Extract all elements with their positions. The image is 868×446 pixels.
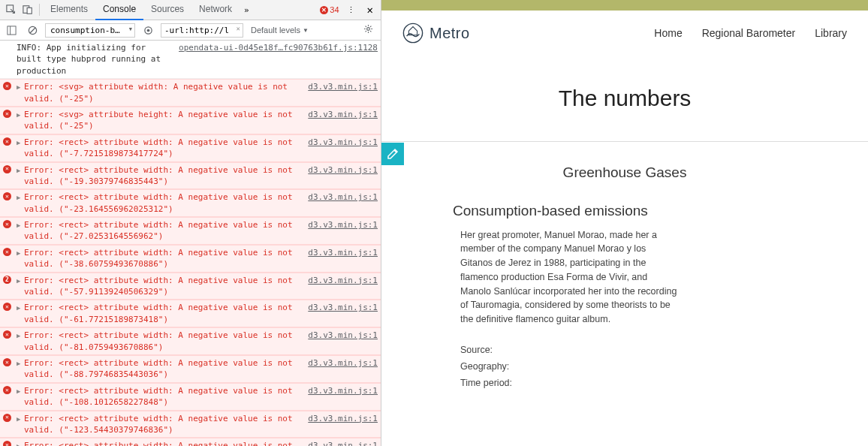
console-message[interactable]: ✕▶Error: <rect> attribute width: A negat… (0, 134, 381, 162)
console-message[interactable]: ✕▶Error: <svg> attribute height: A negat… (0, 107, 381, 134)
console-messages[interactable]: INFO: App initializing for built type hu… (0, 41, 381, 446)
webpage-viewport[interactable]: Metro HomeRegional BarometerLibrary The … (381, 0, 868, 446)
svg-rect-2 (27, 8, 32, 14)
devtools-tab-sources[interactable]: Sources (143, 0, 191, 20)
brand-name: Metro (429, 25, 470, 42)
metadata-list: Source:Geography:Time period: (453, 345, 678, 388)
message-source-link[interactable]: d3.v3.min.js:1 (308, 109, 378, 132)
message-text: Error: <rect> attribute width: A negativ… (17, 275, 302, 298)
inspect-element-icon[interactable] (6, 5, 17, 15)
more-tabs-icon[interactable]: » (240, 5, 254, 15)
expand-caret-icon[interactable]: ▶ (17, 166, 20, 176)
filter-input[interactable] (161, 23, 243, 38)
expand-caret-icon[interactable]: ▶ (17, 359, 20, 369)
devtools-tab-network[interactable]: Network (191, 0, 240, 20)
devtools-tab-elements[interactable]: Elements (43, 0, 95, 20)
message-text: Error: <rect> attribute width: A negativ… (17, 302, 302, 325)
message-text: Error: <svg> attribute width: A negative… (17, 81, 302, 104)
console-message[interactable]: 2▶Error: <rect> attribute width: A negat… (0, 273, 381, 300)
message-source-link[interactable]: d3.v3.min.js:1 (308, 440, 378, 446)
expand-caret-icon[interactable]: ▶ (17, 387, 20, 396)
page-content: The numbers Greenhouse Gases Consumption… (381, 56, 868, 409)
message-source-link[interactable]: d3.v3.min.js:1 (308, 302, 378, 325)
message-text: Error: <rect> attribute width: A negativ… (17, 247, 302, 270)
site-header: Metro HomeRegional BarometerLibrary (381, 11, 868, 56)
console-message[interactable]: ✕▶Error: <rect> attribute width: A negat… (0, 189, 381, 217)
message-source-link[interactable]: d3.v3.min.js:1 (308, 330, 378, 353)
console-message[interactable]: ✕▶Error: <rect> attribute width: A negat… (0, 300, 381, 327)
console-message[interactable]: ✕▶Error: <rect> attribute width: A negat… (0, 438, 381, 446)
message-source-link[interactable]: d3.v3.min.js:1 (308, 385, 378, 408)
nav-item-home[interactable]: Home (654, 27, 682, 39)
console-message[interactable]: INFO: App initializing for built type hu… (0, 41, 381, 79)
message-text: Error: <rect> attribute width: A negativ… (17, 330, 302, 353)
expand-caret-icon[interactable]: ▶ (17, 83, 20, 92)
message-source-link[interactable]: d3.v3.min.js:1 (308, 247, 378, 270)
message-source-link[interactable]: d3.v3.min.js:1 (308, 219, 378, 243)
message-text: Error: <rect> attribute width: A negativ… (17, 137, 302, 160)
expand-caret-icon[interactable]: ▶ (17, 110, 20, 120)
device-toggle-icon[interactable] (23, 5, 33, 15)
message-source-link[interactable]: opendata-ui-0d45e18f…fc90763b61f.js:1128 (179, 42, 378, 77)
expand-caret-icon[interactable]: ▶ (17, 138, 20, 148)
expand-caret-icon[interactable]: ▶ (17, 193, 20, 203)
message-text: Error: <rect> attribute width: A negativ… (17, 385, 302, 408)
expand-caret-icon[interactable]: ▶ (17, 249, 20, 258)
message-source-link[interactable]: d3.v3.min.js:1 (308, 81, 378, 104)
console-message[interactable]: ✕▶Error: <rect> attribute width: A negat… (0, 383, 381, 411)
expand-caret-icon[interactable]: ▶ (17, 414, 20, 424)
devtools-tab-console[interactable]: Console (95, 0, 143, 20)
console-message[interactable]: ✕▶Error: <rect> attribute width: A negat… (0, 245, 381, 273)
error-icon: ✕ (3, 330, 12, 339)
console-message[interactable]: ✕▶Error: <rect> attribute width: A negat… (0, 162, 381, 190)
context-selector[interactable]: consumption-based… (45, 23, 135, 38)
svg-line-6 (29, 27, 35, 32)
toggle-sidebar-icon[interactable] (6, 25, 17, 35)
message-text: Error: <rect> attribute width: A negativ… (17, 191, 302, 215)
devtools-tab-bar: ElementsConsoleSourcesNetwork » ✕ 34 ⋮ ✕ (0, 0, 381, 20)
devtools-menu-icon[interactable]: ⋮ (342, 5, 360, 15)
expand-caret-icon[interactable]: ▶ (17, 303, 20, 313)
console-message[interactable]: ✕▶Error: <rect> attribute width: A negat… (0, 355, 381, 383)
console-settings-icon[interactable] (359, 24, 378, 36)
error-icon: ✕ (320, 6, 328, 14)
message-source-link[interactable]: d3.v3.min.js:1 (308, 191, 378, 215)
edit-button[interactable] (381, 143, 404, 165)
expand-caret-icon[interactable]: ▶ (17, 331, 20, 341)
error-icon: ✕ (3, 386, 12, 395)
meta-row: Geography: (460, 361, 678, 372)
console-message[interactable]: ✕▶Error: <rect> attribute width: A negat… (0, 327, 381, 355)
console-toolbar: consumption-based… Default levels ▼ (0, 20, 381, 41)
log-levels-selector[interactable]: Default levels ▼ (248, 24, 312, 36)
message-text: INFO: App initializing for built type hu… (17, 42, 173, 77)
message-source-link[interactable]: d3.v3.min.js:1 (308, 164, 378, 188)
console-message[interactable]: ✕▶Error: <rect> attribute width: A negat… (0, 411, 381, 438)
message-source-link[interactable]: d3.v3.min.js:1 (308, 137, 378, 160)
svg-point-9 (367, 28, 370, 31)
message-source-link[interactable]: d3.v3.min.js:1 (308, 275, 378, 298)
live-expression-icon[interactable] (143, 25, 153, 35)
error-icon: ✕ (3, 303, 12, 312)
error-count-badge[interactable]: ✕ 34 (320, 5, 339, 14)
expand-caret-icon[interactable]: ▶ (17, 441, 20, 446)
pencil-icon (387, 148, 399, 160)
expand-caret-icon[interactable]: ▶ (17, 276, 20, 286)
svg-rect-3 (7, 26, 15, 34)
message-source-link[interactable]: d3.v3.min.js:1 (308, 357, 378, 381)
error-icon: ✕ (3, 110, 12, 119)
brand-logo[interactable]: Metro (402, 23, 470, 44)
message-source-link[interactable]: d3.v3.min.js:1 (308, 413, 378, 436)
console-message[interactable]: ✕▶Error: <rect> attribute width: A negat… (0, 217, 381, 245)
message-text: Error: <rect> attribute width: A negativ… (17, 357, 302, 381)
expand-caret-icon[interactable]: ▶ (17, 221, 20, 231)
main-nav: HomeRegional BarometerLibrary (654, 27, 847, 39)
console-message[interactable]: ✕▶Error: <svg> attribute width: A negati… (0, 79, 381, 107)
divider (381, 141, 868, 142)
nav-item-regional-barometer[interactable]: Regional Barometer (702, 27, 796, 39)
nav-item-library[interactable]: Library (815, 27, 847, 39)
devtools-close-icon[interactable]: ✕ (363, 4, 378, 16)
clear-console-icon[interactable] (27, 25, 38, 35)
section-title: Greenhouse Gases (396, 164, 853, 181)
accent-bar (381, 0, 868, 11)
page-title: The numbers (396, 86, 853, 111)
